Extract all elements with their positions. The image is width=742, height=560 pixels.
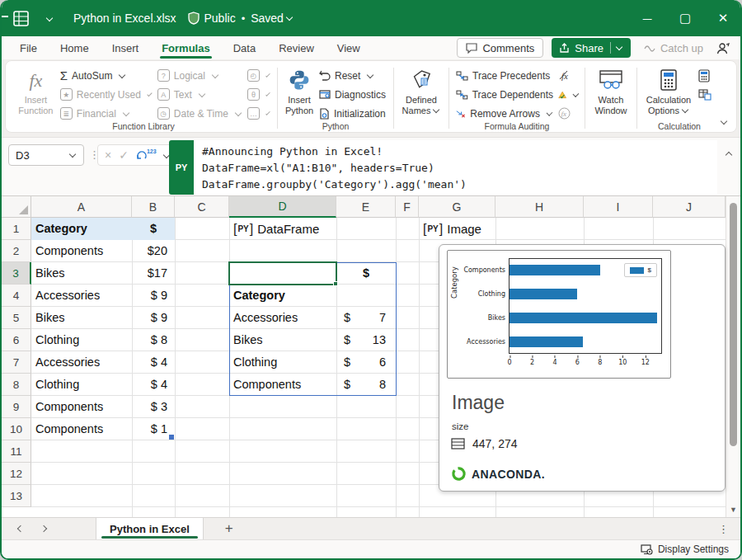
cell-e8[interactable]: $8 (336, 374, 396, 396)
cell-a6[interactable]: Clothing (31, 329, 132, 351)
row-header-4[interactable]: 4 (2, 285, 31, 307)
add-sheet-button[interactable]: + (204, 518, 255, 539)
cell-b3[interactable]: $17 (132, 262, 175, 285)
initialization-button[interactable]: Initialization (317, 105, 388, 122)
row-header-1[interactable]: 1 (2, 218, 31, 240)
cell-e5[interactable]: $7 (336, 307, 396, 329)
row-header-3[interactable]: 3 (2, 262, 31, 285)
range-corner-handle[interactable] (169, 435, 174, 440)
tab-file[interactable]: File (16, 36, 40, 59)
column-header-e[interactable]: E (336, 196, 396, 218)
cell-a5[interactable]: Bikes (31, 307, 132, 329)
cell-e3[interactable]: $ (336, 262, 396, 285)
sheet-options-icon[interactable]: ⋮ (718, 518, 740, 539)
date-time-button[interactable]: ◷ Date & Time (155, 105, 245, 122)
column-header-h[interactable]: H (495, 196, 584, 218)
row-header-13[interactable]: 13 (2, 485, 31, 507)
people-icon[interactable] (716, 42, 730, 54)
cell-d8[interactable]: Components (229, 374, 336, 396)
python-image-card[interactable]: Category Components Clothing Bikes Acces… (439, 244, 726, 492)
row-header-9[interactable]: 9 (2, 396, 31, 418)
column-header-b[interactable]: B (132, 196, 175, 218)
cell-a9[interactable]: Components (31, 396, 132, 418)
select-all-button[interactable] (2, 196, 31, 218)
calculate-sheet-button[interactable] (696, 86, 717, 103)
tab-data[interactable]: Data (230, 36, 259, 59)
tab-formulas[interactable]: Formulas (158, 36, 214, 59)
math-trig-button[interactable]: θ (245, 86, 273, 103)
cell-d6[interactable]: Bikes (229, 329, 336, 351)
cell-e6[interactable]: $13 (336, 329, 396, 351)
cell-b8[interactable]: $ 4 (132, 374, 175, 396)
formula-bar-collapse-icon[interactable] (726, 152, 732, 158)
column-header-a[interactable]: A (31, 196, 132, 218)
column-header-j[interactable]: J (653, 196, 726, 218)
calculate-now-button[interactable] (696, 67, 717, 84)
cell-e7[interactable]: $6 (336, 351, 396, 374)
excel-app-icon[interactable] (13, 11, 29, 26)
recently-used-button[interactable]: ★ Recently Used (58, 86, 155, 103)
row-header-11[interactable]: 11 (2, 440, 31, 463)
insert-function-button[interactable]: fx Insert Function (14, 66, 58, 118)
cell-b9[interactable]: $ 3 (132, 396, 175, 418)
column-header-f[interactable]: F (396, 196, 419, 218)
ribbon-collapse-chevron-icon[interactable] (721, 118, 727, 125)
remove-arrows-button[interactable]: Remove Arrows (453, 105, 556, 122)
diagnostics-button[interactable]: Diagnostics (317, 86, 388, 103)
sensitivity-label[interactable]: Public (204, 12, 236, 25)
financial-button[interactable]: ≣ Financial (58, 105, 155, 122)
column-header-g[interactable]: G (419, 196, 495, 218)
minimize-button[interactable]: ─ (628, 0, 666, 36)
cell-d5[interactable]: Accessories (229, 307, 336, 329)
sheet-prev-icon[interactable] (17, 525, 24, 532)
quick-access-chevron-icon[interactable] (47, 16, 52, 21)
insert-python-button[interactable]: Insert Python (282, 66, 317, 118)
tab-review[interactable]: Review (275, 36, 317, 59)
comments-button[interactable]: Comments (457, 38, 543, 58)
name-box-chevron-icon[interactable] (69, 151, 76, 158)
lookup-reference-button[interactable]: ◴ (245, 67, 273, 84)
cell-b1[interactable]: $ (132, 218, 175, 240)
tab-insert[interactable]: Insert (109, 36, 143, 59)
cell-b2[interactable]: $20 (132, 240, 175, 262)
cell-a3[interactable]: Bikes (31, 262, 132, 285)
row-header-7[interactable]: 7 (2, 351, 31, 374)
column-header-d[interactable]: D (229, 196, 336, 218)
share-chevron-icon[interactable] (616, 44, 622, 50)
column-header-c[interactable]: C (175, 196, 229, 218)
row-header-10[interactable]: 10 (2, 418, 31, 440)
calculation-options-button[interactable]: Calculation Options (641, 66, 696, 118)
cell-b7[interactable]: $ 4 (132, 351, 175, 374)
cell-d4[interactable]: Category (229, 285, 336, 307)
cell-a1[interactable]: Category (31, 218, 132, 240)
tab-view[interactable]: View (334, 36, 364, 59)
cancel-icon[interactable]: × (105, 148, 111, 162)
share-button[interactable]: Share (552, 38, 631, 58)
cell-d1[interactable]: PY DataFrame (229, 218, 336, 240)
maximize-button[interactable]: ▢ (666, 0, 704, 36)
cell-a2[interactable]: Components (31, 240, 132, 262)
cell-d7[interactable]: Clothing (229, 351, 336, 374)
cell-b6[interactable]: $ 8 (132, 329, 175, 351)
save-status[interactable]: Saved (251, 12, 284, 25)
enter-icon[interactable]: ✓ (119, 148, 129, 162)
row-header-5[interactable]: 5 (2, 307, 31, 329)
sheet-tab-python-in-excel[interactable]: Python in Excel (96, 518, 204, 539)
catch-up-button[interactable]: Catch up (639, 42, 708, 54)
display-settings-button[interactable]: Display Settings (641, 544, 740, 555)
error-checking-button[interactable] (556, 86, 582, 103)
trace-dependents-button[interactable]: Trace Dependents (453, 86, 556, 103)
trace-precedents-button[interactable]: Trace Precedents (453, 67, 556, 84)
tab-home[interactable]: Home (57, 36, 92, 59)
close-button[interactable]: ✕ (704, 0, 742, 36)
defined-names-button[interactable]: Defined Names (400, 66, 444, 118)
reset-button[interactable]: Reset (317, 67, 388, 84)
cell-b5[interactable]: $ 9 (132, 307, 175, 329)
save-status-chevron-icon[interactable] (286, 14, 293, 21)
show-formulas-button[interactable]: fx (556, 67, 582, 84)
more-functions-button[interactable]: … (245, 105, 273, 122)
scrollbar-thumb[interactable] (730, 203, 737, 446)
logical-button[interactable]: ? Logical (155, 67, 245, 84)
name-box[interactable]: D3 (8, 144, 84, 166)
cell-b4[interactable]: $ 9 (132, 285, 175, 307)
